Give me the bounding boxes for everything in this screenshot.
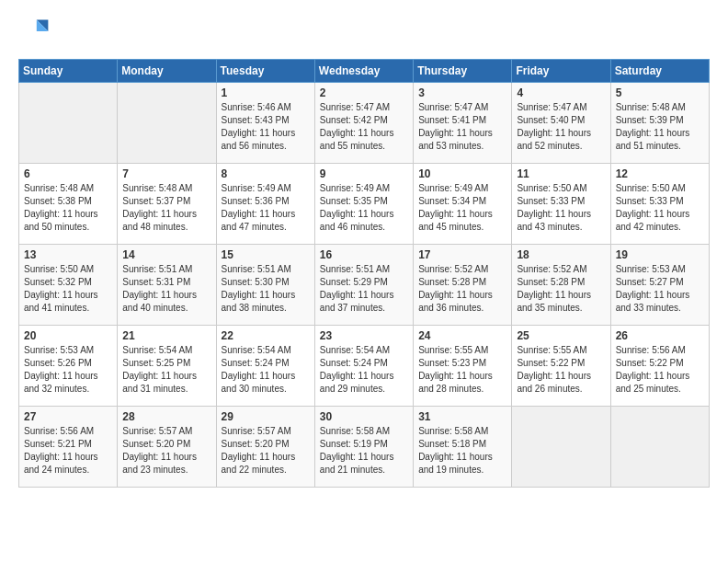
calendar-cell: 15Sunrise: 5:51 AM Sunset: 5:30 PM Dayli…: [216, 245, 314, 326]
calendar-cell: 10Sunrise: 5:49 AM Sunset: 5:34 PM Dayli…: [414, 164, 512, 245]
calendar-cell: 11Sunrise: 5:50 AM Sunset: 5:33 PM Dayli…: [512, 164, 610, 245]
day-number: 8: [222, 167, 310, 180]
cell-info: Sunrise: 5:47 AM Sunset: 5:42 PM Dayligh…: [320, 101, 408, 153]
weekday-row: SundayMondayTuesdayWednesdayThursdayFrid…: [19, 60, 710, 83]
cell-info: Sunrise: 5:48 AM Sunset: 5:37 PM Dayligh…: [122, 182, 210, 234]
day-number: 2: [320, 86, 408, 99]
cell-info: Sunrise: 5:58 AM Sunset: 5:19 PM Dayligh…: [320, 425, 408, 477]
calendar-cell: 9Sunrise: 5:49 AM Sunset: 5:35 PM Daylig…: [314, 164, 413, 245]
calendar-cell: 7Sunrise: 5:48 AM Sunset: 5:37 PM Daylig…: [118, 164, 216, 245]
cell-info: Sunrise: 5:51 AM Sunset: 5:29 PM Dayligh…: [320, 263, 408, 315]
cell-info: Sunrise: 5:53 AM Sunset: 5:26 PM Dayligh…: [24, 344, 112, 396]
logo: [18, 15, 55, 48]
cell-info: Sunrise: 5:55 AM Sunset: 5:22 PM Dayligh…: [517, 344, 605, 396]
cell-info: Sunrise: 5:52 AM Sunset: 5:28 PM Dayligh…: [517, 263, 605, 315]
calendar-body: 1Sunrise: 5:46 AM Sunset: 5:43 PM Daylig…: [19, 83, 710, 488]
calendar-week-3: 13Sunrise: 5:50 AM Sunset: 5:32 PM Dayli…: [19, 245, 710, 326]
day-number: 26: [616, 329, 704, 342]
day-number: 31: [418, 410, 506, 423]
day-number: 15: [222, 248, 310, 261]
day-number: 17: [418, 248, 506, 261]
day-number: 21: [122, 329, 210, 342]
cell-info: Sunrise: 5:55 AM Sunset: 5:23 PM Dayligh…: [418, 344, 506, 396]
day-number: 13: [24, 248, 112, 261]
calendar-cell: 24Sunrise: 5:55 AM Sunset: 5:23 PM Dayli…: [414, 326, 512, 407]
calendar-cell: 31Sunrise: 5:58 AM Sunset: 5:18 PM Dayli…: [414, 407, 512, 488]
day-number: 18: [517, 248, 605, 261]
calendar-cell: 18Sunrise: 5:52 AM Sunset: 5:28 PM Dayli…: [512, 245, 610, 326]
cell-info: Sunrise: 5:56 AM Sunset: 5:21 PM Dayligh…: [24, 425, 112, 477]
calendar-cell: 1Sunrise: 5:46 AM Sunset: 5:43 PM Daylig…: [216, 83, 314, 164]
day-number: 22: [222, 329, 310, 342]
day-number: 11: [517, 167, 605, 180]
header: [18, 15, 710, 48]
day-number: 29: [222, 410, 310, 423]
cell-info: Sunrise: 5:50 AM Sunset: 5:33 PM Dayligh…: [616, 182, 704, 234]
cell-info: Sunrise: 5:58 AM Sunset: 5:18 PM Dayligh…: [418, 425, 506, 477]
day-number: 5: [616, 86, 704, 99]
day-number: 25: [517, 329, 605, 342]
weekday-header-friday: Friday: [512, 60, 610, 83]
logo-icon: [18, 15, 51, 48]
cell-info: Sunrise: 5:50 AM Sunset: 5:33 PM Dayligh…: [517, 182, 605, 234]
calendar-week-5: 27Sunrise: 5:56 AM Sunset: 5:21 PM Dayli…: [19, 407, 710, 488]
weekday-header-thursday: Thursday: [414, 60, 512, 83]
cell-info: Sunrise: 5:49 AM Sunset: 5:35 PM Dayligh…: [320, 182, 408, 234]
weekday-header-saturday: Saturday: [610, 60, 709, 83]
page: SundayMondayTuesdayWednesdayThursdayFrid…: [0, 0, 728, 502]
day-number: 19: [616, 248, 704, 261]
day-number: 7: [122, 167, 210, 180]
calendar-cell: 6Sunrise: 5:48 AM Sunset: 5:38 PM Daylig…: [19, 164, 118, 245]
cell-info: Sunrise: 5:54 AM Sunset: 5:24 PM Dayligh…: [320, 344, 408, 396]
day-number: 23: [320, 329, 408, 342]
day-number: 9: [320, 167, 408, 180]
day-number: 16: [320, 248, 408, 261]
cell-info: Sunrise: 5:56 AM Sunset: 5:22 PM Dayligh…: [616, 344, 704, 396]
day-number: 14: [122, 248, 210, 261]
calendar-cell: 8Sunrise: 5:49 AM Sunset: 5:36 PM Daylig…: [216, 164, 314, 245]
calendar-cell: 2Sunrise: 5:47 AM Sunset: 5:42 PM Daylig…: [314, 83, 413, 164]
calendar-cell: [19, 83, 118, 164]
day-number: 27: [24, 410, 112, 423]
cell-info: Sunrise: 5:54 AM Sunset: 5:24 PM Dayligh…: [222, 344, 310, 396]
calendar-cell: 27Sunrise: 5:56 AM Sunset: 5:21 PM Dayli…: [19, 407, 118, 488]
day-number: 30: [320, 410, 408, 423]
calendar-cell: 25Sunrise: 5:55 AM Sunset: 5:22 PM Dayli…: [512, 326, 610, 407]
calendar-cell: 20Sunrise: 5:53 AM Sunset: 5:26 PM Dayli…: [19, 326, 118, 407]
cell-info: Sunrise: 5:52 AM Sunset: 5:28 PM Dayligh…: [418, 263, 506, 315]
calendar-cell: 19Sunrise: 5:53 AM Sunset: 5:27 PM Dayli…: [610, 245, 709, 326]
cell-info: Sunrise: 5:51 AM Sunset: 5:31 PM Dayligh…: [122, 263, 210, 315]
day-number: 1: [222, 86, 310, 99]
calendar-cell: 14Sunrise: 5:51 AM Sunset: 5:31 PM Dayli…: [118, 245, 216, 326]
weekday-header-tuesday: Tuesday: [216, 60, 314, 83]
cell-info: Sunrise: 5:51 AM Sunset: 5:30 PM Dayligh…: [222, 263, 310, 315]
calendar-cell: 12Sunrise: 5:50 AM Sunset: 5:33 PM Dayli…: [610, 164, 709, 245]
calendar-cell: [610, 407, 709, 488]
calendar-cell: 4Sunrise: 5:47 AM Sunset: 5:40 PM Daylig…: [512, 83, 610, 164]
cell-info: Sunrise: 5:49 AM Sunset: 5:36 PM Dayligh…: [222, 182, 310, 234]
calendar-week-1: 1Sunrise: 5:46 AM Sunset: 5:43 PM Daylig…: [19, 83, 710, 164]
calendar-cell: 22Sunrise: 5:54 AM Sunset: 5:24 PM Dayli…: [216, 326, 314, 407]
calendar-week-4: 20Sunrise: 5:53 AM Sunset: 5:26 PM Dayli…: [19, 326, 710, 407]
calendar-week-2: 6Sunrise: 5:48 AM Sunset: 5:38 PM Daylig…: [19, 164, 710, 245]
calendar-cell: 3Sunrise: 5:47 AM Sunset: 5:41 PM Daylig…: [414, 83, 512, 164]
weekday-header-sunday: Sunday: [19, 60, 118, 83]
day-number: 12: [616, 167, 704, 180]
calendar-cell: 13Sunrise: 5:50 AM Sunset: 5:32 PM Dayli…: [19, 245, 118, 326]
day-number: 10: [418, 167, 506, 180]
cell-info: Sunrise: 5:53 AM Sunset: 5:27 PM Dayligh…: [616, 263, 704, 315]
cell-info: Sunrise: 5:47 AM Sunset: 5:41 PM Dayligh…: [418, 101, 506, 153]
cell-info: Sunrise: 5:46 AM Sunset: 5:43 PM Dayligh…: [222, 101, 310, 153]
calendar-cell: 17Sunrise: 5:52 AM Sunset: 5:28 PM Dayli…: [414, 245, 512, 326]
day-number: 3: [418, 86, 506, 99]
calendar-cell: 28Sunrise: 5:57 AM Sunset: 5:20 PM Dayli…: [118, 407, 216, 488]
day-number: 24: [418, 329, 506, 342]
day-number: 4: [517, 86, 605, 99]
cell-info: Sunrise: 5:47 AM Sunset: 5:40 PM Dayligh…: [517, 101, 605, 153]
calendar: SundayMondayTuesdayWednesdayThursdayFrid…: [18, 59, 710, 488]
calendar-cell: 16Sunrise: 5:51 AM Sunset: 5:29 PM Dayli…: [314, 245, 413, 326]
cell-info: Sunrise: 5:48 AM Sunset: 5:38 PM Dayligh…: [24, 182, 112, 234]
calendar-cell: 23Sunrise: 5:54 AM Sunset: 5:24 PM Dayli…: [314, 326, 413, 407]
cell-info: Sunrise: 5:49 AM Sunset: 5:34 PM Dayligh…: [418, 182, 506, 234]
cell-info: Sunrise: 5:54 AM Sunset: 5:25 PM Dayligh…: [122, 344, 210, 396]
